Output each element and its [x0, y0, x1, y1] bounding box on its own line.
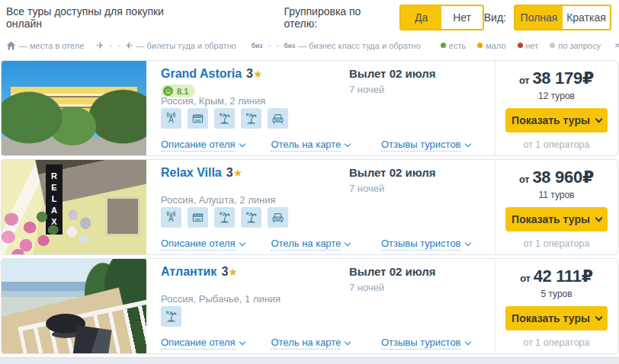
hotel-stars-count: 3	[226, 166, 233, 179]
grouping-control: Группировка по отелю: Да Нет	[284, 5, 483, 30]
price: от42 111₽	[496, 267, 617, 286]
price-prefix: от	[519, 174, 529, 185]
view-control: Вид: Полная Краткая	[484, 5, 611, 30]
chevron-down-icon	[595, 314, 602, 321]
hotel-reviews-link[interactable]: Отзывы туристов	[381, 238, 488, 249]
chevron-down-icon	[239, 240, 245, 246]
chevron-down-icon	[345, 240, 351, 246]
departure-date: Вылет 02 июля	[349, 67, 435, 80]
hotel-description-link[interactable]: Описание отеля	[161, 337, 268, 348]
grouping-toggle: Да Нет	[399, 5, 484, 30]
hotel-name-row: Relax Villa3★	[161, 166, 242, 180]
currency-symbol: ₽	[582, 267, 593, 286]
hotel-sign-icon	[188, 108, 208, 129]
hotel-card: Атлантик3★ Россия, Рыбачье, 1 линия Выле…	[1, 258, 618, 354]
legend-status-available: есть	[441, 41, 466, 50]
view-toggle: Полная Краткая	[514, 5, 611, 30]
hotel-description-link[interactable]: Описание отеля	[161, 238, 268, 249]
armchair-icon	[268, 108, 288, 129]
hotel-name-link[interactable]: Relax Villa	[161, 166, 222, 179]
plane-right-icon: ✈	[96, 40, 104, 51]
nights-count: 7 ночей	[349, 84, 384, 95]
photo-decor	[105, 196, 140, 236]
legend-few-label: мало	[486, 41, 505, 50]
orange-dot-icon	[477, 43, 483, 48]
beach-icon	[214, 108, 235, 129]
chevron-down-icon	[595, 116, 602, 123]
legend-not-included: × не включено в стоимость	[614, 40, 619, 51]
hotel-reviews-link[interactable]: Отзывы туристов	[381, 139, 488, 150]
operators-count: от 1 оператора	[496, 139, 617, 150]
nights-count: 7 ночей	[349, 183, 384, 194]
antenna-icon	[161, 207, 181, 228]
hotel-card-body: Grand Astoria3★ ☺ 8.1 Россия, Крым, 2 ли…	[146, 61, 495, 155]
show-tours-button[interactable]: Показать туры	[505, 207, 608, 231]
price: от38 960₽	[496, 168, 617, 187]
hotel-card-body: Атлантик3★ Россия, Рыбачье, 1 линия Выле…	[146, 259, 495, 353]
page-footer-strip	[0, 357, 619, 364]
arrow-left-icon: ←	[116, 42, 122, 49]
legend-business-label: — бизнес класс туда и обратно	[298, 41, 421, 50]
hotel-description-link[interactable]: Описание отеля	[161, 139, 268, 150]
tours-count: 12 туров	[496, 91, 617, 101]
legend-status-few: мало	[477, 41, 505, 50]
view-label: Вид:	[484, 11, 506, 24]
grouping-label: Группировка по отелю:	[284, 5, 392, 30]
arrow-right-icon: →	[107, 42, 113, 49]
show-tours-button[interactable]: Показать туры	[505, 306, 608, 330]
hotel-sign-icon	[188, 207, 208, 228]
grouping-no-button[interactable]: Нет	[441, 6, 482, 29]
hotel-stars-count: 3	[221, 265, 228, 278]
legend-status-none: нет	[518, 41, 539, 50]
hotel-card: RELAX Relax Villa3★ Россия, Алушта, 2 ли…	[1, 159, 618, 255]
hotel-links-row: Описание отеля Отель на карте Отзывы тур…	[161, 137, 488, 151]
hotel-photo[interactable]: RELAX	[2, 160, 146, 254]
hotel-map-link[interactable]: Отель на карте	[271, 238, 377, 249]
view-short-button[interactable]: Краткая	[563, 6, 610, 29]
legend-hotel-places-label: — места в отеле	[19, 41, 84, 50]
legend-business-class: биз→ ←биз — бизнес класс туда и обратно	[252, 41, 421, 50]
top-bar: Все туры доступны для покупки онлайн Гру…	[0, 0, 619, 35]
amenities-row	[161, 306, 181, 327]
hotel-stars-count: 3	[246, 67, 253, 80]
legend-on-request-label: по запросу	[558, 41, 600, 50]
price-value: 38 179	[532, 69, 582, 88]
gray-dot-icon	[550, 43, 555, 48]
price-prefix: от	[519, 75, 529, 86]
online-availability-note: Все туры доступны для покупки онлайн	[6, 5, 194, 30]
currency-symbol: ₽	[582, 168, 594, 187]
view-full-button[interactable]: Полная	[515, 6, 563, 29]
hotel-location: Россия, Алушта, 2 линия	[161, 194, 275, 206]
price-column: от38 960₽ 11 туров Показать туры от 1 оп…	[495, 160, 617, 254]
hotel-name-link[interactable]: Атлантик	[161, 265, 216, 278]
hotel-reviews-link[interactable]: Отзывы туристов	[381, 337, 488, 348]
price: от38 179₽	[496, 69, 617, 88]
hotel-location: Россия, Крым, 2 линия	[161, 95, 265, 107]
hotel-name-link[interactable]: Grand Astoria	[161, 67, 242, 80]
show-tours-button[interactable]: Показать туры	[505, 108, 608, 133]
antenna-icon	[161, 108, 181, 129]
legend-hotel-places: — места в отеле	[6, 41, 84, 50]
hotel-photo[interactable]	[2, 61, 146, 155]
home-icon	[6, 41, 16, 50]
arrow-left-icon: ←	[275, 42, 281, 49]
hotel-map-link[interactable]: Отель на карте	[271, 139, 377, 150]
hotel-map-link[interactable]: Отель на карте	[271, 337, 377, 348]
price-column: от38 179₽ 12 туров Показать туры от 1 оп…	[495, 61, 617, 155]
chevron-down-icon	[345, 339, 351, 345]
price-column: от42 111₽ 5 туров Показать туры от 1 опе…	[495, 259, 617, 353]
legend-roundtrip-tickets: ✈→ ←✈ — билеты туда и обратно	[96, 40, 236, 51]
legend-status-on-request: по запросу	[550, 41, 600, 50]
hotel-photo[interactable]	[2, 259, 146, 353]
tours-count: 11 туров	[496, 190, 617, 200]
currency-symbol: ₽	[582, 69, 594, 88]
legend-bar: — места в отеле ✈→ ←✈ — билеты туда и об…	[0, 35, 619, 56]
beach-icon	[214, 207, 235, 228]
hotel-links-row: Описание отеля Отель на карте Отзывы тур…	[161, 335, 488, 349]
rating-value: 8.1	[177, 87, 188, 96]
grouping-yes-button[interactable]: Да	[401, 6, 441, 29]
price-value: 38 960	[532, 168, 582, 187]
hotel-list: Grand Astoria3★ ☺ 8.1 Россия, Крым, 2 ли…	[0, 56, 619, 354]
operators-count: от 1 оператора	[496, 337, 617, 348]
chevron-down-icon	[464, 339, 470, 345]
